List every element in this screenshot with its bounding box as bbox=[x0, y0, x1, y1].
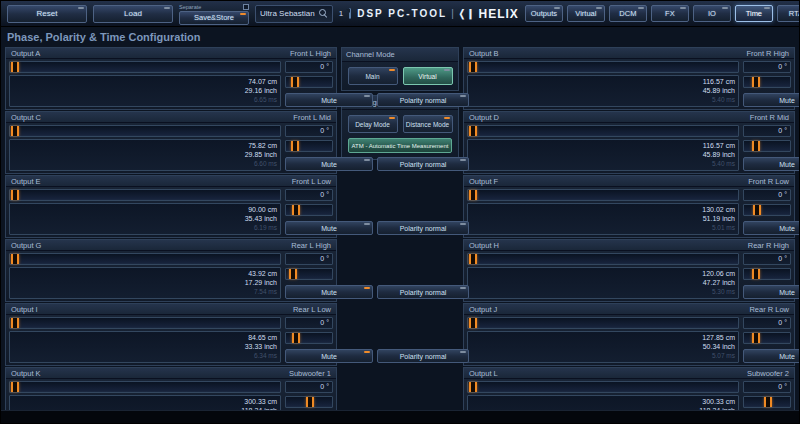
main-mode-button[interactable]: Main bbox=[348, 67, 398, 85]
edit-icon[interactable] bbox=[319, 9, 328, 18]
phase-slider-handle[interactable] bbox=[11, 254, 19, 264]
distance-slider[interactable] bbox=[743, 396, 791, 408]
distance-slider[interactable] bbox=[743, 76, 791, 88]
output-name: Output I bbox=[11, 305, 38, 314]
distance-slider[interactable] bbox=[285, 76, 333, 88]
polarity-button[interactable]: Polarity normal bbox=[377, 285, 469, 299]
distance-slider-handle[interactable] bbox=[752, 269, 760, 279]
polarity-button[interactable]: Polarity normal bbox=[377, 157, 469, 171]
save-store-button[interactable]: Save&Store bbox=[179, 11, 249, 25]
polarity-button[interactable]: Polarity normal bbox=[377, 349, 469, 363]
time-alignment-body: Delay Mode Distance Mode bbox=[342, 110, 458, 138]
reset-button[interactable]: Reset bbox=[7, 5, 87, 23]
channel-mode-body: Main Virtual bbox=[342, 62, 458, 90]
phase-slider[interactable] bbox=[467, 381, 739, 393]
phase-slider[interactable] bbox=[467, 317, 739, 329]
separate-row: Separate bbox=[179, 3, 249, 11]
phase-slider[interactable] bbox=[467, 253, 739, 265]
distance-slider-handle[interactable] bbox=[289, 269, 297, 279]
phase-slider[interactable] bbox=[9, 189, 281, 201]
nav-dcm-button[interactable]: DCM bbox=[609, 5, 647, 22]
mute-button[interactable]: Mute bbox=[285, 221, 373, 235]
mute-button[interactable]: Mute bbox=[285, 157, 373, 171]
phase-slider-handle[interactable] bbox=[469, 382, 477, 392]
output-block-body: 0 ° 120.06 cm 47.27 inch 5.30 ms Mute Po… bbox=[467, 252, 791, 299]
distance-slider-handle[interactable] bbox=[291, 77, 299, 87]
phase-slider-handle[interactable] bbox=[11, 318, 19, 328]
mute-button[interactable]: Mute bbox=[285, 349, 373, 363]
phase-slider[interactable] bbox=[9, 381, 281, 393]
phase-slider-handle[interactable] bbox=[11, 190, 19, 200]
nav-rta-button[interactable]: RTA bbox=[777, 5, 800, 22]
phase-slider[interactable] bbox=[9, 125, 281, 137]
phase-slider[interactable] bbox=[467, 125, 739, 137]
document-icon[interactable] bbox=[349, 8, 351, 19]
separate-checkbox[interactable] bbox=[243, 4, 249, 10]
distance-slider-handle[interactable] bbox=[764, 397, 772, 407]
distance-slider-handle[interactable] bbox=[752, 77, 760, 87]
phase-slider[interactable] bbox=[9, 317, 281, 329]
nav-outputs-button[interactable]: Outputs bbox=[525, 5, 563, 22]
nav-io-button[interactable]: IO bbox=[693, 5, 731, 22]
mute-button[interactable]: Mute bbox=[285, 285, 373, 299]
phase-slider[interactable] bbox=[9, 61, 281, 73]
distance-slider-handle[interactable] bbox=[753, 205, 761, 215]
setup-name-value: Ultra Sebastian bbox=[260, 9, 315, 18]
nav-fx-button[interactable]: FX bbox=[651, 5, 689, 22]
distance-slider[interactable] bbox=[743, 268, 791, 280]
distance-slider-handle[interactable] bbox=[752, 333, 760, 343]
mute-button-label: Mute bbox=[321, 289, 337, 296]
distance-slider[interactable] bbox=[743, 140, 791, 152]
mute-button[interactable]: Mute bbox=[743, 221, 800, 235]
phase-slider[interactable] bbox=[9, 253, 281, 265]
polarity-button[interactable]: Polarity normal bbox=[377, 93, 469, 107]
phase-slider[interactable] bbox=[467, 61, 739, 73]
distance-slider[interactable] bbox=[285, 332, 333, 344]
mute-button[interactable]: Mute bbox=[743, 157, 800, 171]
output-channel-block: Output H Rear R High 0 ° 120.06 cm 47.27… bbox=[463, 239, 795, 302]
mute-button-label: Mute bbox=[779, 225, 795, 232]
setup-name-field[interactable]: Ultra Sebastian bbox=[255, 5, 333, 23]
speaker-name: Rear R Low bbox=[749, 305, 789, 314]
phase-slider-handle[interactable] bbox=[11, 382, 19, 392]
phase-value: 0 ° bbox=[285, 189, 333, 201]
mute-button[interactable]: Mute bbox=[285, 93, 373, 107]
distance-slider[interactable] bbox=[285, 140, 333, 152]
distance-slider[interactable] bbox=[285, 268, 333, 280]
distance-slider-handle[interactable] bbox=[292, 333, 300, 343]
phase-value: 0 ° bbox=[285, 125, 333, 137]
distance-slider[interactable] bbox=[743, 332, 791, 344]
phase-slider-handle[interactable] bbox=[11, 126, 19, 136]
atm-button[interactable]: ATM - Automatic Time Measurement bbox=[348, 138, 452, 153]
mute-button[interactable]: Mute bbox=[743, 285, 800, 299]
distance-slider[interactable] bbox=[285, 204, 333, 216]
mute-button-label: Mute bbox=[321, 97, 337, 104]
phase-slider-handle[interactable] bbox=[469, 126, 477, 136]
nav-time-button[interactable]: Time bbox=[735, 5, 773, 22]
mute-button[interactable]: Mute bbox=[743, 93, 800, 107]
distance-slider[interactable] bbox=[743, 204, 791, 216]
save-store-group: Separate Save&Store bbox=[179, 3, 249, 25]
distance-slider-handle[interactable] bbox=[292, 205, 300, 215]
phase-slider-handle[interactable] bbox=[469, 318, 477, 328]
phase-slider-handle[interactable] bbox=[469, 254, 477, 264]
output-block-body: 0 ° 74.07 cm 29.16 inch 6.65 ms Mute Pol… bbox=[9, 60, 333, 107]
distance-mode-button[interactable]: Distance Mode bbox=[403, 115, 453, 133]
distance-slider-handle[interactable] bbox=[291, 141, 299, 151]
mute-button[interactable]: Mute bbox=[743, 349, 800, 363]
nav-virtual-button[interactable]: Virtual bbox=[567, 5, 605, 22]
delay-mode-button[interactable]: Delay Mode bbox=[348, 115, 398, 133]
phase-slider-handle[interactable] bbox=[11, 62, 19, 72]
output-column-left: Output A Front L High 0 ° 74.07 cm 29.16… bbox=[5, 47, 337, 424]
output-name: Output B bbox=[469, 49, 499, 58]
distance-slider-handle[interactable] bbox=[752, 141, 760, 151]
mute-corner-indicator bbox=[364, 159, 370, 161]
phase-slider[interactable] bbox=[467, 189, 739, 201]
virtual-mode-button[interactable]: Virtual bbox=[403, 67, 453, 85]
phase-slider-handle[interactable] bbox=[469, 62, 477, 72]
distance-slider-handle[interactable] bbox=[306, 397, 314, 407]
distance-slider[interactable] bbox=[285, 396, 333, 408]
polarity-button[interactable]: Polarity normal bbox=[377, 221, 469, 235]
load-button[interactable]: Load bbox=[93, 5, 173, 23]
phase-slider-handle[interactable] bbox=[469, 190, 477, 200]
